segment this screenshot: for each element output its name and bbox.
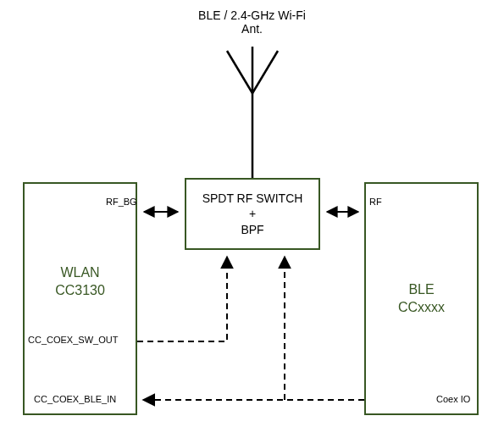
rf-bg-label: RF_BG: [106, 197, 137, 207]
svg-line-2: [252, 51, 278, 93]
wlan-line1: WLAN: [60, 265, 99, 280]
coex-io-label: Coex IO: [436, 394, 470, 404]
rf-label: RF: [369, 197, 382, 207]
cc-coex-sw-out-line: [137, 257, 227, 341]
spdt-switch-box: SPDT RF SWITCH + BPF: [185, 178, 320, 250]
antenna-label-line2: Ant.: [241, 22, 263, 36]
ble-box: BLE CCxxxx: [364, 182, 479, 415]
switch-line2: +: [249, 207, 256, 220]
ble-line2: CCxxxx: [398, 300, 445, 314]
svg-line-1: [227, 51, 252, 93]
cc-coex-sw-out-label: CC_COEX_SW_OUT: [28, 335, 118, 345]
antenna-icon: [227, 47, 278, 178]
cc-coex-ble-in-label: CC_COEX_BLE_IN: [34, 394, 116, 404]
wlan-box: WLAN CC3130: [23, 182, 137, 415]
antenna-label-line1: BLE / 2.4-GHz Wi-Fi: [198, 8, 306, 22]
switch-line3: BPF: [241, 223, 263, 236]
wlan-line2: CC3130: [55, 283, 105, 297]
switch-line1: SPDT RF SWITCH: [202, 191, 303, 205]
ble-line1: BLE: [408, 282, 434, 297]
